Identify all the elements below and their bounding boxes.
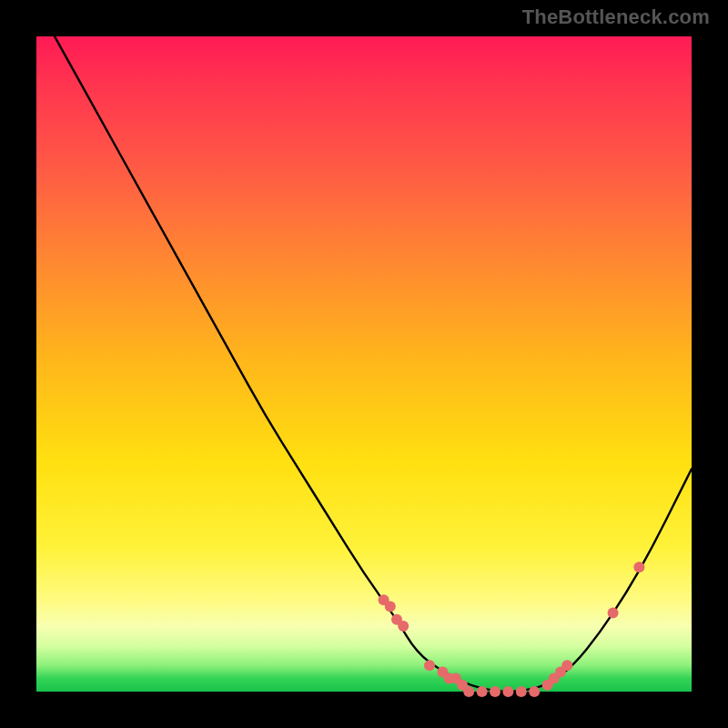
curve-svg [36, 36, 692, 692]
plot-area [36, 36, 692, 692]
highlight-point [424, 660, 435, 671]
watermark-text: TheBottleneck.com [522, 5, 710, 29]
highlight-point [463, 686, 474, 697]
highlight-point [502, 686, 513, 697]
highlight-point [516, 686, 527, 697]
highlight-point [608, 608, 619, 619]
highlight-points [379, 561, 645, 697]
bottleneck-curve [36, 4, 692, 692]
highlight-point [477, 686, 488, 697]
chart-stage: TheBottleneck.com [0, 0, 728, 728]
highlight-point [633, 561, 644, 572]
highlight-point [385, 601, 396, 612]
highlight-point [561, 660, 572, 671]
highlight-point [490, 686, 500, 697]
highlight-point [529, 686, 540, 697]
highlight-point [398, 621, 409, 632]
